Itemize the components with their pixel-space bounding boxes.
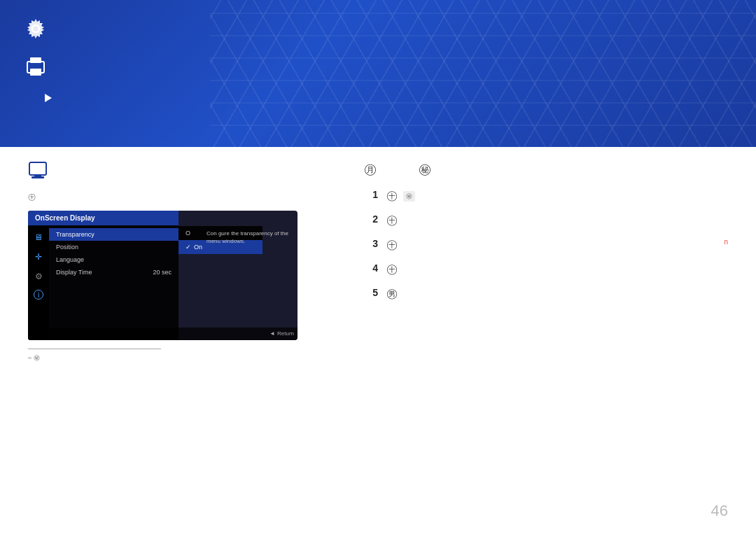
step-4-content: ㊉ — [386, 262, 728, 277]
step-number-2: 2 — [364, 213, 378, 225]
note-text: – ㊙ — [28, 353, 336, 363]
osd-menu-list: Transparency Position Language Display T… — [49, 225, 178, 340]
settings-icon — [21, 14, 50, 43]
right-header: ㊊ ㊙ — [364, 161, 728, 178]
osd-menu-items: 🖥 ✛ ⚙ i Transparency Position Language D… — [28, 225, 178, 340]
step-2: 2 ㊉ — [364, 213, 728, 228]
step-5-icon: ㊚ — [386, 287, 398, 302]
right-badge-icon: ㊙ — [419, 162, 431, 176]
step-1-icon: ㊉ — [386, 189, 398, 204]
print-icon — [21, 52, 50, 81]
step-1-badge: ㊙ — [403, 191, 415, 202]
osd-return: ◄ Return — [270, 330, 294, 337]
svg-rect-6 — [29, 162, 46, 175]
step-number-4: 4 — [364, 262, 378, 274]
osd-item-display-time[interactable]: Display Time 20 sec — [49, 266, 178, 279]
osd-item-language[interactable]: Language — [49, 253, 178, 266]
steps-list: 1 ㊉ ㊙ 2 ㊉ 3 ㊉ n 4 — [364, 189, 728, 302]
section-icon — [28, 161, 53, 186]
main-content: ㊉ OnScreen Display 🖥 ✛ ⚙ i Transparency … — [0, 147, 756, 534]
divider-line — [28, 349, 161, 349]
step-3-note: n — [714, 238, 728, 246]
svg-rect-2 — [30, 57, 41, 63]
osd-settings-icon: ⚙ — [32, 270, 45, 283]
step-2-icon: ㊉ — [386, 213, 398, 228]
step-3: 3 ㊉ n — [364, 238, 728, 253]
osd-item-position[interactable]: Position — [49, 241, 178, 253]
left-section: ㊉ OnScreen Display 🖥 ✛ ⚙ i Transparency … — [28, 161, 336, 520]
header-icons — [21, 14, 59, 109]
step-5: 5 ㊚ — [364, 287, 728, 302]
osd-menu-title: OnScreen Display — [28, 211, 178, 225]
step-number-1: 1 — [364, 189, 378, 200]
right-icon-2: ㊙ — [419, 161, 431, 178]
osd-footer: ◄ Return — [28, 328, 298, 340]
step-4-icon: ㊉ — [386, 262, 398, 277]
svg-rect-7 — [31, 176, 44, 178]
svg-rect-3 — [30, 69, 41, 76]
osd-item-label: Display Time — [56, 269, 92, 276]
osd-description: Con gure the transparency of the menu wi… — [203, 226, 294, 248]
step-4: 4 ㊉ — [364, 262, 728, 277]
page-number: 46 — [711, 502, 728, 520]
osd-item-value: 20 sec — [153, 269, 172, 276]
step-2-content: ㊉ — [386, 213, 728, 228]
osd-screenshot: OnScreen Display 🖥 ✛ ⚙ i Transparency Po… — [28, 211, 298, 340]
osd-info-icon: i — [34, 290, 43, 300]
osd-monitor-icon: 🖥 — [32, 231, 45, 244]
right-icon-1: ㊊ — [364, 161, 377, 178]
step-3-icon: ㊉ — [386, 238, 398, 253]
osd-left-icons: 🖥 ✛ ⚙ i — [28, 225, 49, 340]
section-subtitle: ㊉ — [28, 192, 336, 202]
header-background-pattern — [210, 0, 756, 147]
osd-move-icon: ✛ — [32, 251, 45, 263]
right-title-block: ㊊ — [364, 161, 377, 178]
svg-rect-8 — [34, 175, 41, 176]
step-1: 1 ㊉ ㊙ — [364, 189, 728, 204]
step-1-content: ㊉ ㊙ — [386, 189, 728, 204]
step-3-content: ㊉ — [386, 238, 706, 253]
return-arrow-icon: ◄ — [270, 330, 275, 337]
svg-marker-5 — [45, 94, 52, 102]
step-number-3: 3 — [364, 238, 378, 249]
checkmark-icon: ✓ — [186, 244, 191, 251]
step-5-content: ㊚ — [386, 287, 728, 302]
right-section: ㊊ ㊙ 1 ㊉ ㊙ 2 ㊉ 3 — [336, 161, 728, 520]
osd-menu: OnScreen Display 🖥 ✛ ⚙ i Transparency Po… — [28, 211, 178, 340]
step-number-5: 5 — [364, 287, 378, 298]
svg-point-4 — [40, 64, 43, 67]
header — [0, 0, 756, 147]
arrow-icon — [42, 92, 59, 109]
right-icon-row: ㊊ — [364, 161, 377, 178]
osd-item-transparency[interactable]: Transparency — [49, 228, 178, 241]
